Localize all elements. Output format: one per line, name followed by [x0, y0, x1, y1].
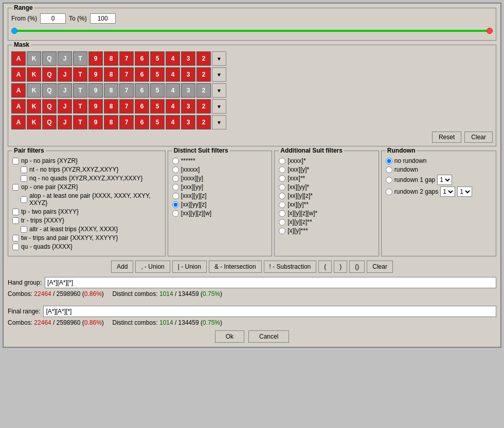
cancel-button[interactable]: Cancel [248, 330, 289, 343]
card-3-1[interactable]: 3 [181, 51, 195, 66]
card-T-3[interactable]: T [73, 83, 87, 98]
card-3-3[interactable]: 3 [181, 83, 195, 98]
radio-ds3[interactable] [172, 175, 179, 182]
card-Q-2[interactable]: Q [42, 67, 57, 82]
radio-ds7[interactable] [172, 210, 179, 217]
card-8-2[interactable]: 8 [104, 67, 118, 82]
radio-ds1[interactable] [172, 158, 179, 164]
card-J-1[interactable]: J [58, 51, 72, 66]
checkbox-tr[interactable] [12, 217, 19, 224]
card-3-4[interactable]: 3 [181, 99, 195, 114]
card-7-5[interactable]: 7 [119, 115, 134, 129]
card-4-1[interactable]: 4 [166, 51, 180, 66]
card-5-5[interactable]: 5 [150, 115, 165, 129]
card-J-4[interactable]: J [58, 99, 72, 114]
gap1-select[interactable]: 12345 [437, 175, 452, 185]
card-6-3[interactable]: 6 [135, 83, 149, 98]
radio-as8[interactable] [279, 219, 285, 226]
checkbox-np[interactable] [12, 158, 19, 164]
card-6-4[interactable]: 6 [135, 99, 149, 114]
to-input[interactable] [90, 13, 116, 24]
checkbox-altr[interactable] [21, 226, 27, 233]
radio-ds6[interactable] [172, 201, 179, 208]
card-A-4[interactable]: A [11, 99, 26, 114]
radio-as3[interactable] [279, 175, 285, 182]
card-8-3[interactable]: 8 [104, 83, 118, 98]
card-3-2[interactable]: 3 [181, 67, 195, 82]
card-K-3[interactable]: K [27, 83, 41, 98]
checkbox-nq[interactable] [21, 175, 27, 182]
mask-dropdown-4[interactable]: ▼ [212, 99, 226, 114]
comma-union-button[interactable]: , - Union [135, 260, 170, 273]
mask-dropdown-2[interactable]: ▼ [212, 67, 226, 82]
card-5-3[interactable]: 5 [150, 83, 165, 98]
checkbox-op[interactable] [12, 184, 19, 191]
open-paren-button[interactable]: ( [318, 260, 332, 273]
bang-subtraction-button[interactable]: ! - Substraction [264, 260, 317, 273]
card-9-1[interactable]: 9 [88, 51, 103, 66]
mask-dropdown-1[interactable]: ▼ [212, 51, 226, 66]
handgroup-input[interactable] [45, 277, 496, 288]
gap2b-select[interactable]: 12345 [457, 187, 472, 197]
card-5-4[interactable]: 5 [150, 99, 165, 114]
card-K-4[interactable]: K [27, 99, 41, 114]
card-2-3[interactable]: 2 [196, 83, 211, 98]
ampersand-intersection-button[interactable]: & - Intersection [209, 260, 262, 273]
mask-dropdown-5[interactable]: ▼ [212, 115, 226, 129]
radio-as2[interactable] [279, 166, 285, 173]
radio-as7[interactable] [279, 210, 285, 217]
card-6-5[interactable]: 6 [135, 115, 149, 129]
card-8-5[interactable]: 8 [104, 115, 118, 129]
card-J-3[interactable]: J [58, 83, 72, 98]
slider-thumb-right[interactable] [487, 28, 493, 34]
reset-button[interactable]: Reset [432, 132, 461, 143]
finalrange-input[interactable] [43, 306, 496, 317]
card-2-5[interactable]: 2 [196, 115, 211, 129]
checkbox-tw[interactable] [12, 235, 19, 241]
checkbox-nt[interactable] [21, 166, 27, 173]
checkbox-alop[interactable] [21, 196, 27, 203]
card-5-2[interactable]: 5 [150, 67, 165, 82]
add-button[interactable]: Add [111, 260, 133, 273]
card-4-5[interactable]: 4 [166, 115, 180, 129]
card-A-3[interactable]: A [11, 83, 26, 98]
radio-as6[interactable] [279, 201, 285, 208]
card-Q-5[interactable]: Q [42, 115, 57, 129]
from-input[interactable] [40, 13, 66, 24]
card-K-2[interactable]: K [27, 67, 41, 82]
card-2-2[interactable]: 2 [196, 67, 211, 82]
ok-button[interactable]: Ok [215, 330, 244, 343]
card-K-5[interactable]: K [27, 115, 41, 129]
card-5-1[interactable]: 5 [150, 51, 165, 66]
card-J-2[interactable]: J [58, 67, 72, 82]
radio-as9[interactable] [279, 228, 285, 234]
card-7-2[interactable]: 7 [119, 67, 134, 82]
card-A-1[interactable]: A [11, 51, 26, 66]
card-7-3[interactable]: 7 [119, 83, 134, 98]
card-4-3[interactable]: 4 [166, 83, 180, 98]
radio-rd1[interactable] [386, 166, 392, 173]
close-paren-button[interactable]: ) [334, 260, 347, 273]
mask-clear-button[interactable]: Clear [464, 132, 493, 143]
card-9-5[interactable]: 9 [88, 115, 103, 129]
paren-group-button[interactable]: () [349, 260, 365, 273]
card-8-4[interactable]: 8 [104, 99, 118, 114]
card-A-5[interactable]: A [11, 115, 26, 129]
radio-ds4[interactable] [172, 184, 179, 191]
radio-as5[interactable] [279, 193, 285, 199]
gap2a-select[interactable]: 12345 [440, 187, 455, 197]
card-T-1[interactable]: T [73, 51, 87, 66]
card-7-1[interactable]: 7 [119, 51, 134, 66]
radio-rd2[interactable] [386, 177, 392, 183]
range-slider[interactable] [11, 27, 493, 35]
card-T-5[interactable]: T [73, 115, 87, 129]
radio-rd0[interactable] [386, 158, 392, 164]
slider-thumb-left[interactable] [11, 28, 17, 34]
card-4-4[interactable]: 4 [166, 99, 180, 114]
checkbox-qu[interactable] [12, 244, 19, 250]
pipe-union-button[interactable]: | - Union [172, 260, 207, 273]
card-6-2[interactable]: 6 [135, 67, 149, 82]
card-6-1[interactable]: 6 [135, 51, 149, 66]
card-3-5[interactable]: 3 [181, 115, 195, 129]
card-9-4[interactable]: 9 [88, 99, 103, 114]
